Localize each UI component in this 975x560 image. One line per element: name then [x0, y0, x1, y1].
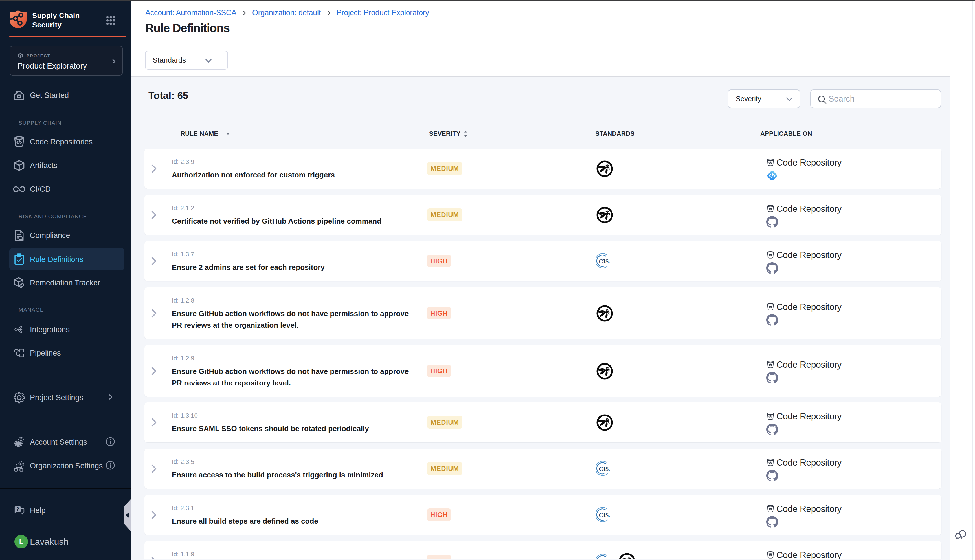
svg-text:CIS: CIS — [599, 512, 609, 518]
svg-text:CIS: CIS — [599, 558, 609, 560]
svg-text:?: ? — [17, 507, 19, 512]
svg-text:CIS: CIS — [599, 465, 609, 472]
svg-text:CIS: CIS — [599, 258, 609, 265]
